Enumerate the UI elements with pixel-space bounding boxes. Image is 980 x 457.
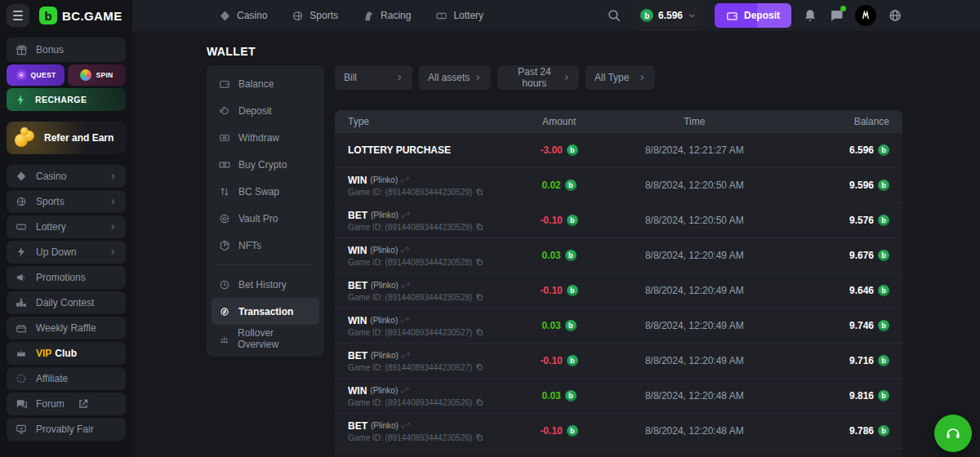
clock-icon: [219, 279, 230, 291]
copy-icon[interactable]: [475, 258, 483, 266]
table-row[interactable]: BET (Plinko) Game ID: (89144089344423052…: [335, 203, 902, 238]
sidebar-item-weekly-raffle[interactable]: Weekly Raffle: [7, 317, 126, 339]
amount-value: -0.10: [540, 355, 562, 366]
wallet-menu-buy-crypto[interactable]: Buy Crypto: [212, 151, 319, 178]
wallet-menu-label: Vault Pro: [238, 213, 278, 224]
copy-icon[interactable]: [475, 398, 483, 406]
wallet-menu-label: Withdraw: [238, 132, 279, 144]
topbar-left: b BC.GAME: [0, 0, 132, 31]
copy-icon[interactable]: [475, 433, 483, 441]
racing-icon: [363, 10, 375, 22]
avatar[interactable]: [855, 5, 876, 26]
sidebar-item-provably-fair[interactable]: Provably Fair: [7, 418, 126, 441]
copy-icon[interactable]: [475, 188, 483, 196]
recharge-label: RECHARGE: [35, 95, 87, 104]
sidebar-item-affiliate[interactable]: Affiliate: [7, 367, 126, 390]
spin-button[interactable]: SPIN: [68, 64, 126, 86]
table-row[interactable]: WIN (Plinko) Game ID: (89144089344423052…: [335, 379, 902, 414]
language-button[interactable]: [888, 8, 902, 23]
table-row[interactable]: WIN (Plinko) Game ID: (89144089344423052…: [335, 308, 902, 344]
wallet-menu-withdraw[interactable]: Withdraw: [212, 124, 319, 151]
table-row[interactable]: WIN (Plinko) Game ID: (89144089344423052…: [335, 168, 902, 203]
sidebar-item-casino[interactable]: Casino: [7, 165, 126, 188]
sidebar-item-daily-contest[interactable]: Daily Contest: [7, 291, 126, 314]
table-row[interactable]: WIN (Plinko) Game ID: (89144089344423052…: [335, 238, 902, 273]
bonus-button[interactable]: Bonus: [7, 38, 126, 62]
support-button[interactable]: [934, 415, 972, 452]
wallet-menu-rollover-overview[interactable]: Rollover Overview: [212, 325, 319, 352]
link-icon[interactable]: [401, 176, 409, 184]
wallet-menu-bc-swap[interactable]: BC Swap: [212, 178, 319, 205]
notifications-button[interactable]: [803, 8, 817, 23]
link-icon[interactable]: [402, 352, 410, 360]
topnav-casino[interactable]: Casino: [219, 10, 267, 22]
table-header: Type Amount Time Balance: [335, 110, 902, 133]
link-icon[interactable]: [402, 282, 410, 290]
cell-balance: 9.646 b: [770, 285, 889, 296]
copy-icon[interactable]: [475, 223, 483, 231]
hamburger-menu-button[interactable]: [7, 4, 29, 27]
balance-value: 6.596: [658, 10, 683, 21]
copy-icon[interactable]: [475, 293, 483, 301]
link-icon[interactable]: [402, 211, 410, 220]
coin-icon: b: [878, 144, 889, 156]
cell-time: 8/8/2024, 12:20:48 AM: [618, 390, 770, 402]
copy-icon[interactable]: [475, 363, 483, 371]
game-id: Game ID: (891440893444230527): [348, 363, 472, 372]
sidebar-item-label: VIPClub: [36, 348, 77, 359]
link-icon[interactable]: [401, 246, 409, 255]
coin-icon: b: [565, 180, 577, 191]
sidebar-item-forum[interactable]: Forum: [7, 393, 126, 415]
table-row[interactable]: LOTTERY PURCHASE -3.00 b 8/8/2024, 12:21…: [335, 133, 902, 168]
topnav-lottery[interactable]: Lottery: [435, 10, 483, 22]
refer-and-earn-button[interactable]: Refer and Earn: [7, 122, 126, 154]
cell-type: LOTTERY PURCHASE: [348, 144, 500, 156]
table-row[interactable]: BET (Plinko) Game ID: (89144089344423052…: [335, 273, 902, 308]
recharge-button[interactable]: RECHARGE: [7, 88, 126, 111]
filter-assets[interactable]: All assets: [419, 65, 491, 90]
gift-icon: [16, 44, 28, 56]
sidebar-item-sports[interactable]: Sports: [7, 190, 126, 213]
topnav-label: Racing: [381, 10, 411, 21]
table-row[interactable]: BET (Plinko) Game ID: (89144089344423052…: [335, 344, 902, 379]
crown-icon: [16, 348, 27, 359]
wallet-menu-label: NFTs: [238, 240, 261, 251]
coin-icon: b: [567, 355, 578, 366]
wallet-menu-balance[interactable]: Balance: [212, 70, 319, 97]
logo[interactable]: b BC.GAME: [39, 7, 122, 24]
wallet-menu-bet-history[interactable]: Bet History: [212, 271, 319, 298]
link-icon[interactable]: [402, 422, 410, 430]
wallet-menu-nfts[interactable]: NFTs: [212, 232, 319, 259]
cell-type: WIN (Plinko) Game ID: (89144089344423052…: [348, 315, 500, 337]
wallet-menu-vault-pro[interactable]: Vault Pro: [212, 205, 319, 232]
transaction-icon: [219, 306, 230, 317]
amount-value: 0.03: [541, 390, 560, 402]
copy-icon[interactable]: [475, 328, 483, 336]
nft-icon: [219, 240, 230, 251]
wallet-menu-transaction[interactable]: Transaction: [212, 298, 319, 325]
filter-type[interactable]: All Type: [586, 65, 655, 90]
sidebar-item-label: Affiliate: [36, 373, 68, 384]
search-button[interactable]: [607, 8, 621, 23]
link-icon[interactable]: [401, 317, 409, 325]
chevron-right-icon: [109, 197, 117, 206]
link-icon[interactable]: [401, 387, 409, 395]
sidebar-item-updown[interactable]: Up Down: [7, 241, 126, 264]
filter-time-range[interactable]: Past 24 hours: [497, 65, 579, 90]
deposit-button[interactable]: Deposit: [715, 3, 791, 28]
table-row[interactable]: BET (Plinko) Game ID: (89144089344423052…: [335, 414, 902, 449]
sidebar-item-vip-club[interactable]: VIPClub: [7, 342, 126, 365]
quest-button[interactable]: QUEST: [7, 64, 65, 86]
amount-value: -0.10: [540, 425, 562, 437]
coin-icon: b: [878, 215, 889, 226]
balance-selector[interactable]: b 6.596: [633, 4, 703, 27]
topnav-racing[interactable]: Racing: [363, 10, 411, 22]
table-row[interactable]: WIN (Plinko) b b: [335, 449, 902, 457]
sidebar-item-promotions[interactable]: Promotions: [7, 266, 126, 289]
filter-bill[interactable]: Bill: [335, 65, 412, 90]
wallet-menu-label: Deposit: [238, 105, 272, 117]
wallet-menu-deposit[interactable]: Deposit: [212, 97, 319, 124]
chat-button[interactable]: [829, 8, 844, 23]
topnav-sports[interactable]: Sports: [292, 10, 338, 22]
sidebar-item-lottery[interactable]: Lottery: [7, 215, 126, 238]
